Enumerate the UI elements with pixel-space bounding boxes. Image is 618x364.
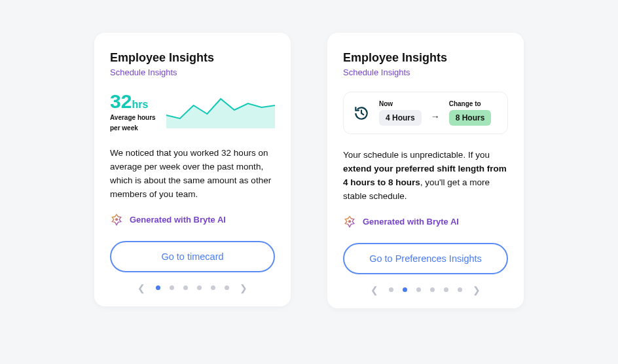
shift-change-box: Now 4 Hours → Change to 8 Hours [343, 92, 508, 134]
pager-prev-icon[interactable]: ❮ [136, 283, 147, 293]
pager-dot[interactable] [225, 285, 229, 290]
ai-badge-icon [110, 213, 123, 227]
now-value: 4 Hours [379, 110, 422, 126]
ai-attribution-text: Generated with Bryte AI [130, 215, 226, 225]
go-to-preferences-button[interactable]: Go to Preferences Insights [343, 243, 508, 274]
pager: ❮ ❯ [110, 283, 275, 293]
card-title: Employee Insights [343, 51, 508, 65]
now-column: Now 4 Hours [379, 100, 422, 126]
changeto-label: Change to [449, 100, 492, 107]
pager-prev-icon[interactable]: ❮ [369, 285, 380, 295]
pager-dot[interactable] [416, 287, 421, 292]
arrow-right-icon: → [431, 111, 440, 122]
stat-label-line2: per week [110, 124, 156, 132]
pager-dot[interactable] [183, 285, 188, 290]
insight-description: We noticed that you worked 32 hours on a… [110, 147, 275, 202]
stat-block: 32hrs Average hours per week [110, 92, 156, 132]
card-title: Employee Insights [110, 51, 275, 65]
pager-dot[interactable] [170, 285, 174, 290]
svg-point-0 [115, 218, 118, 221]
pager-dot[interactable] [389, 287, 393, 292]
pager-dot[interactable] [403, 287, 407, 292]
insight-card-hours: Employee Insights Schedule Insights 32hr… [94, 33, 291, 306]
now-label: Now [379, 100, 422, 107]
pager-dot[interactable] [156, 285, 160, 290]
svg-point-1 [348, 220, 351, 223]
stat-value: 32 [110, 90, 132, 112]
card-subtitle: Schedule Insights [343, 67, 508, 77]
stat-unit: hrs [132, 99, 148, 110]
pager: ❮ ❯ [343, 285, 508, 295]
card-subtitle: Schedule Insights [110, 67, 275, 77]
pager-dot[interactable] [458, 287, 462, 292]
go-to-timecard-button[interactable]: Go to timecard [110, 241, 275, 272]
sparkline-chart [166, 96, 275, 128]
pager-dot[interactable] [444, 287, 448, 292]
pager-dot[interactable] [211, 285, 215, 290]
stat-label-line1: Average hours [110, 114, 156, 122]
desc-pre: Your schedule is unpredictable. If you [343, 150, 490, 160]
changeto-column: Change to 8 Hours [449, 100, 492, 126]
insight-card-shift: Employee Insights Schedule Insights Now … [327, 33, 524, 308]
ai-attribution: Generated with Bryte AI [110, 213, 275, 227]
ai-attribution: Generated with Bryte AI [343, 215, 508, 228]
pager-next-icon[interactable]: ❯ [471, 285, 482, 295]
ai-badge-icon [343, 215, 356, 228]
stat-row: 32hrs Average hours per week [110, 92, 275, 132]
pager-dot[interactable] [430, 287, 435, 292]
pager-next-icon[interactable]: ❯ [238, 283, 249, 293]
clock-refresh-icon [353, 105, 370, 122]
changeto-value: 8 Hours [449, 110, 492, 126]
insight-description: Your schedule is unpredictable. If you e… [343, 149, 508, 204]
pager-dot[interactable] [197, 285, 202, 290]
ai-attribution-text: Generated with Bryte AI [363, 217, 459, 227]
